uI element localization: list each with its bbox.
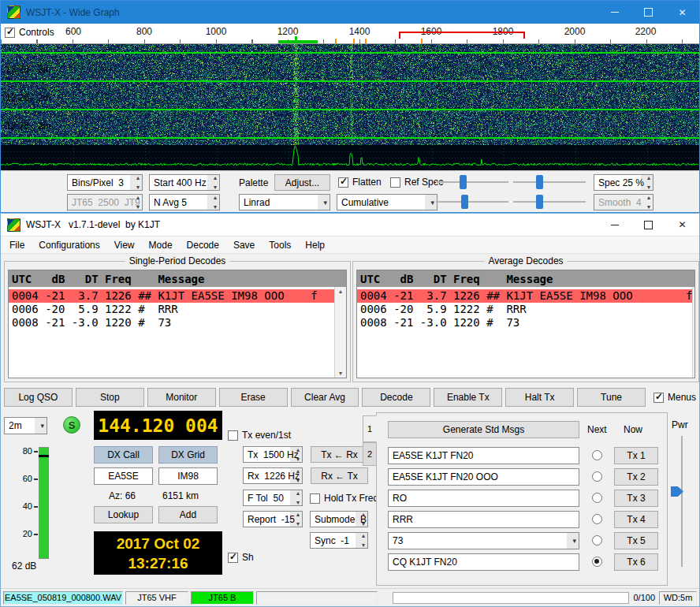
tx-message-input-4[interactable]: RRR xyxy=(388,511,579,528)
menu-item-save[interactable]: Save xyxy=(226,238,262,252)
decode-row[interactable]: 0004 -21 3.7 1226 ## K1JT EA5SE IM98 OOO… xyxy=(357,289,692,303)
menu-item-configurations[interactable]: Configurations xyxy=(32,238,106,252)
slider-handle[interactable] xyxy=(461,195,468,209)
menu-item-tools[interactable]: Tools xyxy=(262,238,298,252)
decode-row[interactable]: 0006 -20 5.9 1222 # RRR xyxy=(357,303,692,316)
decode-row[interactable]: 0008 -21 -3.0 1220 # 73 xyxy=(9,316,334,330)
ftol-spinner[interactable]: F Tol 50 xyxy=(243,490,303,506)
checkbox-box[interactable] xyxy=(390,177,400,188)
next-radio-5[interactable] xyxy=(592,535,602,546)
menu-item-decode[interactable]: Decode xyxy=(180,238,226,252)
dx-grid-input[interactable]: IM98 xyxy=(158,467,218,485)
erase-button[interactable]: Erase xyxy=(219,388,288,407)
next-radio-3[interactable] xyxy=(592,493,602,503)
average-mode-combobox[interactable]: Cumulative xyxy=(337,194,438,210)
tab-1[interactable]: 1 xyxy=(363,415,377,442)
rx-from-tx-button[interactable]: Rx ← Tx xyxy=(311,467,368,484)
tab-2[interactable]: 2 xyxy=(363,442,377,466)
tx-from-rx-button[interactable]: Tx ← Rx xyxy=(311,446,368,463)
log-qso-button[interactable]: Log QSO xyxy=(4,388,73,407)
adjust-button[interactable]: Adjust... xyxy=(274,174,330,191)
decode-row[interactable]: 0004 -21 3.7 1226 ## K1JT EA5SE IM98 OOO… xyxy=(9,289,334,303)
checkbox-box[interactable] xyxy=(310,493,320,504)
tx-4-button[interactable]: Tx 4 xyxy=(614,511,658,528)
decode-row[interactable]: 0006 -20 5.9 1222 # RRR xyxy=(9,303,334,316)
dx-call-button[interactable]: DX Call xyxy=(94,446,153,464)
menu-item-file[interactable]: File xyxy=(2,238,32,252)
tx-message-input-6[interactable]: CQ K1JT FN20 xyxy=(388,553,579,571)
start-freq-spinner[interactable]: Start 400 Hz xyxy=(149,174,220,191)
tune-button[interactable]: Tune xyxy=(577,388,646,407)
minimize-button[interactable] xyxy=(598,1,631,24)
halt-tx-button[interactable]: Halt Tx xyxy=(505,388,574,407)
slider-handle[interactable] xyxy=(536,195,543,209)
generate-std-msgs-button[interactable]: Generate Std Msgs xyxy=(388,421,579,438)
tx-message-input-1[interactable]: EA5SE K1JT FN20 xyxy=(388,447,579,464)
report-spinner[interactable]: Report -15 xyxy=(243,511,303,527)
sh-checkbox[interactable]: Sh xyxy=(228,552,254,563)
monitor-button[interactable]: Monitor xyxy=(147,388,216,407)
dx-call-input[interactable]: EA5SE xyxy=(94,467,153,485)
spectrum-gain-slider[interactable] xyxy=(436,194,508,210)
tx-even-checkbox[interactable]: Tx even/1st xyxy=(228,430,291,441)
controls-checkbox[interactable]: Controls xyxy=(5,27,54,38)
tx-freq-spinner[interactable]: Tx 1500 Hz xyxy=(243,446,303,463)
tx-3-button[interactable]: Tx 3 xyxy=(614,490,658,507)
scroll-down-icon[interactable]: ▾ xyxy=(339,370,342,377)
menus-checkbox[interactable]: Menus xyxy=(653,392,696,403)
slider-handle[interactable] xyxy=(460,175,467,189)
stop-button[interactable]: Stop xyxy=(76,388,144,407)
dx-grid-button[interactable]: DX Grid xyxy=(158,446,218,464)
checkbox-box[interactable] xyxy=(228,553,238,563)
pwr-slider[interactable] xyxy=(681,436,683,567)
next-radio-4[interactable] xyxy=(592,514,602,524)
close-button[interactable]: ✕ xyxy=(665,1,699,24)
jt65-jt9-split-spinner[interactable]: JT65 2500 JT9 xyxy=(67,194,143,210)
waterfall-zero-slider[interactable] xyxy=(513,174,586,190)
checkbox-box[interactable] xyxy=(228,430,238,441)
submode-spinner[interactable]: Submode B xyxy=(310,511,368,527)
rx-freq-spinner[interactable]: Rx 1226 Hz xyxy=(243,467,303,484)
next-radio-6[interactable] xyxy=(592,557,602,567)
band-combobox[interactable]: 2m xyxy=(4,417,47,434)
hold-tx-freq-checkbox[interactable]: Hold Tx Freq xyxy=(310,493,378,504)
close-button[interactable]: ✕ xyxy=(665,214,699,236)
clear-avg-button[interactable]: Clear Avg xyxy=(291,388,359,407)
n-avg-spinner[interactable]: N Avg 5 xyxy=(149,194,220,210)
tx-6-button[interactable]: Tx 6 xyxy=(614,553,658,571)
add-button[interactable]: Add xyxy=(158,506,218,523)
minimize-button[interactable] xyxy=(598,214,631,236)
checkbox-box[interactable] xyxy=(338,177,348,188)
menu-item-view[interactable]: View xyxy=(107,238,142,252)
menu-item-mode[interactable]: Mode xyxy=(142,238,180,252)
tx-5-button[interactable]: Tx 5 xyxy=(614,532,658,549)
slider-handle[interactable] xyxy=(536,175,543,189)
maximize-button[interactable] xyxy=(631,1,665,24)
checkbox-box[interactable] xyxy=(653,393,664,403)
smooth-spinner[interactable]: Smooth 4 xyxy=(594,194,653,210)
palette-combobox[interactable]: Linrad xyxy=(239,194,330,210)
scroll-up-icon[interactable]: ▴ xyxy=(339,288,342,295)
bins-pixel-spinner[interactable]: Bins/Pixel 3 xyxy=(67,174,143,191)
next-radio-1[interactable] xyxy=(592,450,602,460)
sync-spinner[interactable]: Sync -1 xyxy=(310,532,368,549)
vertical-scrollbar[interactable]: ▴ ▾ xyxy=(692,287,694,378)
vertical-scrollbar[interactable]: ▴ ▾ xyxy=(334,287,346,378)
decode-row[interactable]: 0008 -21 -3.0 1220 # 73 xyxy=(357,316,692,330)
tx-message-combobox-5[interactable]: 73 xyxy=(388,532,579,549)
waterfall-gain-slider[interactable] xyxy=(436,174,508,190)
tx-message-input-3[interactable]: RO xyxy=(388,490,579,507)
decode-button[interactable]: Decode xyxy=(362,388,430,407)
spec-percent-spinner[interactable]: Spec 25 % xyxy=(594,174,653,191)
checkbox-box[interactable] xyxy=(5,28,15,38)
lookup-button[interactable]: Lookup xyxy=(94,506,153,523)
maximize-button[interactable] xyxy=(631,214,665,236)
enable-tx-button[interactable]: Enable Tx xyxy=(434,388,502,407)
tx-1-button[interactable]: Tx 1 xyxy=(614,447,658,464)
spectrum-zero-slider[interactable] xyxy=(513,194,586,210)
tx-message-input-2[interactable]: EA5SE K1JT FN20 OOO xyxy=(388,468,579,486)
next-radio-2[interactable] xyxy=(592,471,602,482)
tx-2-button[interactable]: Tx 2 xyxy=(614,468,658,486)
waterfall-display[interactable] xyxy=(1,44,699,170)
flatten-checkbox[interactable]: Flatten xyxy=(338,177,382,188)
